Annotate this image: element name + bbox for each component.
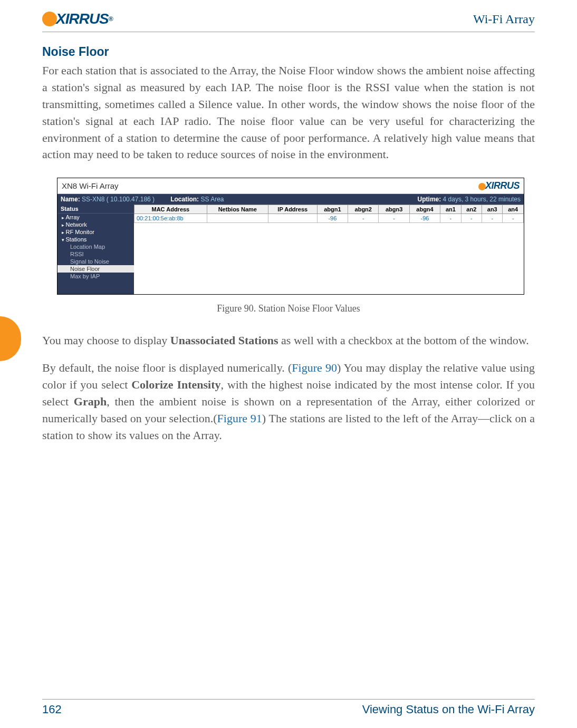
cell-abgn1: -96 [317, 214, 348, 223]
page-footer: 162 Viewing Status on the Wi-Fi Array [42, 699, 535, 716]
status-name: Name: SS-XN8 ( 10.100.47.186 ) [61, 196, 155, 203]
col-ip[interactable]: IP Address [268, 205, 317, 214]
cell-ip [268, 214, 317, 223]
figure-screenshot: XN8 Wi-Fi Array XIRRUS Name: SS-XN8 ( 10… [57, 178, 524, 295]
figure-caption: Figure 90. Station Noise Floor Values [42, 303, 535, 314]
col-an4[interactable]: an4 [503, 205, 524, 214]
sidebar-item-stations[interactable]: Stations [57, 236, 134, 243]
sidebar-item-rfmonitor[interactable]: RF Monitor [57, 228, 134, 236]
link-figure90[interactable]: Figure 90 [292, 361, 337, 374]
col-an2[interactable]: an2 [461, 205, 482, 214]
section-title: Noise Floor [42, 45, 535, 59]
status-location: Location: SS Area [170, 196, 224, 203]
col-abgn4[interactable]: abgn4 [409, 205, 440, 214]
sidebar-sub-maxbyiap[interactable]: Max by IAP [57, 273, 134, 280]
logo-dot-icon [478, 183, 486, 190]
paragraph-display-options: By default, the noise floor is displayed… [42, 360, 535, 443]
figure-status-bar: Name: SS-XN8 ( 10.100.47.186 ) Location:… [57, 194, 524, 205]
paragraph-intro: For each station that is associated to t… [42, 62, 535, 163]
sidebar-sub-rssi[interactable]: RSSI [57, 250, 134, 258]
col-an3[interactable]: an3 [482, 205, 503, 214]
cell-an2: - [461, 214, 482, 223]
col-netbios[interactable]: Netbios Name [207, 205, 268, 214]
noise-floor-table: MAC Address Netbios Name IP Address abgn… [134, 205, 524, 223]
cell-abgn3: - [379, 214, 409, 223]
sidebar-sub-locationmap[interactable]: Location Map [57, 243, 134, 250]
brand-text: XIRRUS [56, 11, 109, 27]
link-figure91[interactable]: Figure 91 [217, 412, 262, 425]
figure-titlebar: XN8 Wi-Fi Array XIRRUS [57, 178, 524, 194]
col-abgn1[interactable]: abgn1 [317, 205, 348, 214]
figure-brand-logo: XIRRUS [478, 180, 520, 191]
table-row[interactable]: 00:21:00:5e:ab:8b -96 - - -96 - - - - [134, 214, 524, 223]
header-product: Wi-Fi Array [473, 12, 535, 26]
sidebar-header: Status [57, 205, 134, 213]
col-mac[interactable]: MAC Address [134, 205, 207, 214]
sidebar-sub-signaltonoise[interactable]: Signal to Noise [57, 258, 134, 265]
footer-page-number: 162 [42, 703, 62, 716]
cell-abgn4: -96 [409, 214, 440, 223]
cell-abgn2: - [348, 214, 379, 223]
col-abgn2[interactable]: abgn2 [348, 205, 379, 214]
cell-mac: 00:21:00:5e:ab:8b [134, 214, 207, 223]
col-an1[interactable]: an1 [440, 205, 461, 214]
logo-dot-icon [42, 12, 57, 26]
page-header: XIRRUS® Wi-Fi Array [42, 11, 535, 32]
cell-an1: - [440, 214, 461, 223]
figure-app-title: XN8 Wi-Fi Array [62, 181, 119, 190]
cell-an4: - [503, 214, 524, 223]
figure-content: MAC Address Netbios Name IP Address abgn… [134, 205, 524, 294]
col-abgn3[interactable]: abgn3 [379, 205, 409, 214]
sidebar-item-array[interactable]: Array [57, 213, 134, 221]
brand-logo: XIRRUS® [42, 11, 113, 27]
figure-sidebar: Status Array Network RF Monitor Stations… [57, 205, 134, 294]
sidebar-sub-noisefloor[interactable]: Noise Floor [57, 265, 134, 273]
footer-section-title: Viewing Status on the Wi-Fi Array [362, 703, 535, 716]
cell-an3: - [482, 214, 503, 223]
table-header-row: MAC Address Netbios Name IP Address abgn… [134, 205, 524, 214]
status-uptime: Uptime: 4 days, 3 hours, 22 minutes [418, 196, 521, 203]
cell-netbios [207, 214, 268, 223]
sidebar-item-network[interactable]: Network [57, 221, 134, 228]
paragraph-unassociated: You may choose to display Unassociated S… [42, 332, 535, 349]
